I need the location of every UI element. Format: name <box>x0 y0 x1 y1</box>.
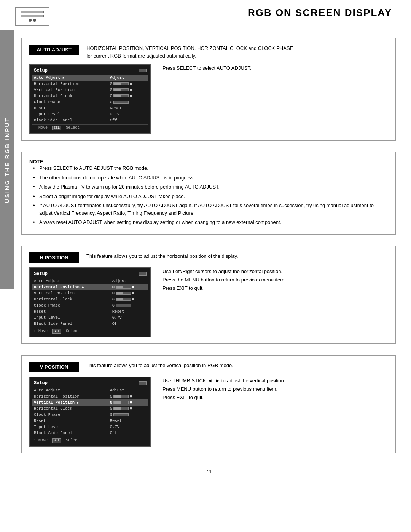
osd-row-label: Vertical Position <box>32 290 111 296</box>
h-position-header-row: H POSITION This feature allows you to ad… <box>29 252 388 263</box>
logo-dots <box>29 19 36 22</box>
osd-row-black-side-h: Black Side Panel Off <box>32 321 148 327</box>
logo-line-1 <box>21 11 44 13</box>
osd-row-value: Reset <box>111 308 148 315</box>
osd-row-value: 0 <box>108 99 148 105</box>
osd-table: Auto Adjust ▶ Adjust Horizontal Position… <box>32 75 148 123</box>
page-number: 74 <box>21 465 396 482</box>
osd-row-value: Off <box>108 430 148 436</box>
sel-box: SEL <box>52 126 61 130</box>
osd-title-row: Setup <box>32 67 148 75</box>
note-item-6: Always reset AUTO ADJUST when setting ne… <box>33 219 388 226</box>
h-position-label: H POSITION <box>29 252 79 263</box>
auto-adjust-osd-text: Press SELECT to select AUTO ADJUST. <box>162 64 388 72</box>
page-header: RGB ON SCREEN DISPLAY <box>0 0 411 30</box>
osd-row-clock-phase-h: Clock Phase 0 <box>32 302 148 308</box>
osd-row-value: 0 ■ <box>111 296 148 302</box>
logo <box>15 7 49 26</box>
osd-row-label: Black Side Panel <box>32 430 108 436</box>
osd-row-value: 0 <box>108 412 148 418</box>
v-position-label: V POSITION <box>29 362 79 372</box>
osd-title-row-h: Setup <box>32 270 148 278</box>
osd-row-h-clock-h: Horizontal Clock 0 ■ <box>32 296 148 302</box>
osd-row-h-clock-v: Horizontal Clock 0 ■ <box>32 406 148 412</box>
osd-table-v: Auto Adjust Adjust Horizontal Position 0… <box>32 387 148 436</box>
osd-title-h: Setup <box>34 271 48 276</box>
osd-row-v-pos-h: Vertical Position 0 ■ <box>32 290 148 296</box>
h-position-osd-text: Use Left/Right cursors to adjust the hor… <box>162 267 388 292</box>
osd-row-input-level: Input Level 0.7V <box>32 111 148 117</box>
note-item-2: The other functions do not operate while… <box>33 174 388 182</box>
auto-adjust-description: HORIZONTAL POSITION, VERTICAL POSITION, … <box>86 45 388 59</box>
v-position-content: Setup Auto Adjust Adjust Horizontal Posi… <box>29 377 388 447</box>
logo-dot-2 <box>33 19 36 22</box>
logo-dot-1 <box>29 19 32 22</box>
note-item-4: Select a bright image for display while … <box>33 193 388 200</box>
osd-row-value: 0.7V <box>111 315 148 321</box>
osd-row-label: Horizontal Clock <box>32 296 111 302</box>
note-label: NOTE: <box>29 159 45 165</box>
osd-row-v-pos-active: Vertical Position ▶ 0 ■ <box>32 399 148 406</box>
v-position-description: This feature allows you to adjust the ve… <box>86 362 388 369</box>
osd-row-label: Black Side Panel <box>32 117 108 123</box>
osd-row-label: Horizontal Position <box>32 393 108 399</box>
osd-row-label: Reset <box>32 308 111 315</box>
osd-row-label: Black Side Panel <box>32 321 111 327</box>
osd-row-label: Clock Phase <box>32 302 111 308</box>
osd-row-value: Adjust <box>108 75 148 81</box>
note-item-3: Allow the Plasma TV to warm up for 20 mi… <box>33 183 388 191</box>
h-position-section: H POSITION This feature allows you to ad… <box>21 246 396 344</box>
auto-adjust-osd: Setup Auto Adjust ▶ Adjust Horizontal Po… <box>29 64 151 134</box>
osd-footer-v: ↕ Move SEL Select <box>32 437 148 444</box>
osd-row-value: Off <box>108 117 148 123</box>
osd-row-h-pos-active: Horizontal Position ▶ 0 ■ <box>32 284 148 290</box>
osd-row-label: Reset <box>32 105 108 111</box>
osd-row-black-side: Black Side Panel Off <box>32 117 148 123</box>
osd-row-auto-adjust-h: Auto Adjust Adjust <box>32 278 148 284</box>
osd-row-input-level-h: Input Level 0.7V <box>32 315 148 321</box>
sidebar-label: USING THE RGB INPUT <box>0 30 14 289</box>
osd-row-value: 0 ■ <box>108 406 148 412</box>
note-list: Press SELECT to AUTO ADJUST the RGB mode… <box>29 165 388 226</box>
osd-footer: ↕ Move SEL Select <box>32 124 148 131</box>
auto-adjust-header-row: AUTO ADJUST HORIZONTAL POSITION, VERTICA… <box>29 45 388 59</box>
note-item-1: Press SELECT to AUTO ADJUST the RGB mode… <box>33 165 388 172</box>
osd-indicator-h <box>139 272 147 276</box>
auto-adjust-label: AUTO ADJUST <box>29 45 79 55</box>
osd-row-value: 0 <box>111 302 148 308</box>
main-content: AUTO ADJUST HORIZONTAL POSITION, VERTICA… <box>14 30 411 532</box>
osd-row-label: Horizontal Position <box>32 81 108 87</box>
osd-row-value: 0 ■ <box>108 87 148 93</box>
osd-row-h-pos-v: Horizontal Position 0 ■ <box>32 393 148 399</box>
osd-row-v-pos: Vertical Position 0 ■ <box>32 87 148 93</box>
v-position-header-row: V POSITION This feature allows you to ad… <box>29 362 388 372</box>
osd-row-value: 0 ■ <box>111 284 148 290</box>
osd-row-label: Input Level <box>32 315 111 321</box>
osd-row-value: 0 ■ <box>108 393 148 399</box>
osd-table-h: Auto Adjust Adjust Horizontal Position ▶… <box>32 278 148 327</box>
osd-row-value: 0.7V <box>108 111 148 117</box>
v-position-osd-text: Use THUMB STICK ◄, ► to adjust the verti… <box>162 377 388 402</box>
osd-row-value: 0 ■ <box>111 290 148 296</box>
osd-footer-h: ↕ Move SEL Select <box>32 328 148 334</box>
osd-row-h-clock: Horizontal Clock 0 ■ <box>32 93 148 99</box>
osd-row-clock-phase-v: Clock Phase 0 <box>32 412 148 418</box>
osd-row-value: 0 ■ <box>108 93 148 99</box>
osd-title-row-v: Setup <box>32 380 148 387</box>
osd-indicator <box>139 69 147 72</box>
logo-line-2 <box>21 15 44 17</box>
osd-indicator-v <box>139 381 147 385</box>
osd-row-value: Adjust <box>108 387 148 393</box>
osd-row-value: 0 ■ <box>108 81 148 87</box>
sel-box-h: SEL <box>52 329 61 334</box>
osd-row-label: Vertical Position ▶ <box>32 399 108 406</box>
osd-row-label: Vertical Position <box>32 87 108 93</box>
osd-row-label: Auto Adjust <box>32 387 108 393</box>
osd-row-reset-h: Reset Reset <box>32 308 148 315</box>
osd-row-input-level-v: Input Level 0.7V <box>32 424 148 430</box>
osd-row-auto-adjust: Auto Adjust ▶ Adjust <box>32 75 148 81</box>
osd-row-label: Auto Adjust ▶ <box>32 75 108 81</box>
osd-row-value: Reset <box>108 418 148 424</box>
note-item-5: If AUTO ADJUST terminates unsuccessfully… <box>33 202 388 217</box>
osd-row-value: Reset <box>108 105 148 111</box>
